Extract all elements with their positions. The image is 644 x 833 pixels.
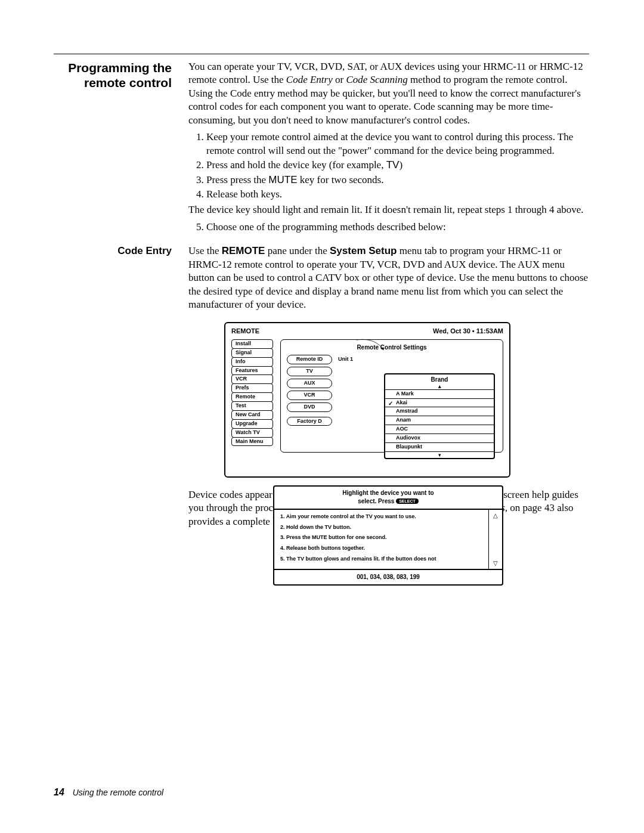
- brand-header-label: Brand: [431, 376, 448, 383]
- diagram-sidebar: InstallSignalInfoFeaturesVCRPrefsRemoteT…: [231, 339, 273, 453]
- sidebar-tab: Watch TV: [231, 428, 273, 438]
- manual-page: Programming the remote control You can o…: [0, 0, 644, 833]
- ce-remote-pane: REMOTE: [222, 245, 265, 256]
- step2-c: ): [399, 159, 402, 171]
- sidebar-tab: Remote: [231, 392, 273, 402]
- step3-a: Press press the: [206, 174, 268, 185]
- sidebar-tab: Test: [231, 401, 273, 411]
- help-popup: Highlight the device you want to select.…: [273, 485, 503, 586]
- help-scrollbar: △ ▽: [489, 510, 502, 569]
- step2-tv: TV: [386, 159, 400, 171]
- help-step: 5. The TV button glows and remains lit. …: [280, 556, 484, 562]
- brand-item: ✓Akai: [385, 399, 494, 408]
- step-3: Press press the MUTE key for two seconds…: [206, 174, 589, 187]
- steps-list-2: Choose one of the programming methods de…: [188, 221, 589, 234]
- sidebar-tab: VCR: [231, 374, 273, 384]
- heading-code-entry: Code Entry: [54, 244, 172, 258]
- pill-tv: TV: [287, 367, 332, 376]
- remote-id-pill: Remote ID: [287, 355, 332, 364]
- diagram-header: REMOTE Wed, Oct 30 • 11:53AM: [231, 327, 503, 336]
- step-5: Choose one of the programming methods de…: [206, 221, 589, 234]
- heading-programming: Programming the remote control: [54, 60, 172, 90]
- step3-mute: MUTE: [268, 174, 297, 185]
- ui-diagram: REMOTE Wed, Oct 30 • 11:53AM InstallSign…: [224, 322, 510, 478]
- help-body: 1. Aim your remote control at the TV you…: [274, 510, 502, 569]
- scroll-up-icon: △: [493, 512, 498, 519]
- intro-text-c: or: [333, 74, 346, 85]
- pill-aux: AUX: [287, 379, 332, 388]
- step-1: Keep your remote control aimed at the de…: [206, 131, 589, 157]
- brand-item: Audiovox: [385, 434, 494, 443]
- brand-item: A Mark: [385, 390, 494, 399]
- help-steps: 1. Aim your remote control at the TV you…: [274, 510, 489, 569]
- ce-c: pane under the: [265, 245, 330, 256]
- intro-em-code-entry: Code Entry: [286, 74, 333, 85]
- brand-header: Brand ▴: [385, 374, 494, 389]
- brand-popup: Brand ▴ A Mark✓AkaiAmstradAnamAOCAudiovo…: [384, 373, 495, 459]
- section-programming: Programming the remote control You can o…: [54, 60, 589, 236]
- check-icon: ✓: [388, 400, 393, 407]
- body-programming: You can operate your TV, VCR, DVD, SAT, …: [188, 60, 589, 236]
- remote-id-row: Remote ID Unit 1: [287, 355, 497, 364]
- code-entry-paragraph: Use the REMOTE pane under the System Set…: [188, 244, 589, 311]
- side-heading-code-entry: Code Entry: [54, 244, 172, 532]
- help-top: Highlight the device you want to select.…: [274, 487, 502, 509]
- help-step: 4. Release both buttons together.: [280, 545, 484, 552]
- chapter-title: Using the remote control: [73, 788, 164, 797]
- step-2: Press and hold the device key (for examp…: [206, 159, 589, 172]
- diagram-clock: Wed, Oct 30 • 11:53AM: [433, 327, 503, 336]
- sidebar-tab: Signal: [231, 348, 273, 358]
- remote-id-value: Unit 1: [338, 355, 353, 364]
- page-number: 14: [54, 787, 64, 797]
- top-rule: [54, 54, 589, 54]
- sidebar-tab: Prefs: [231, 383, 273, 393]
- sidebar-tab: New Card: [231, 410, 273, 420]
- pill-dvd: DVD: [287, 402, 332, 412]
- brand-item: Amstrad: [385, 407, 494, 416]
- page-footer: 14 Using the remote control: [54, 786, 163, 798]
- body-code-entry: Use the REMOTE pane under the System Set…: [188, 244, 589, 532]
- sidebar-tab: Upgrade: [231, 419, 273, 429]
- brand-item: AOC: [385, 425, 494, 434]
- help-step: 1. Aim your remote control at the TV you…: [280, 513, 484, 520]
- ce-system-setup: System Setup: [330, 245, 397, 256]
- sidebar-tab: Info: [231, 357, 273, 367]
- help-top-line2: select. Press: [358, 498, 394, 504]
- pane-title: Remote Control Settings: [287, 343, 497, 351]
- side-heading-programming: Programming the remote control: [54, 60, 172, 236]
- brand-item: Blaupunkt: [385, 443, 494, 451]
- brand-item: Anam: [385, 416, 494, 425]
- steps-list: Keep your remote control aimed at the de…: [188, 131, 589, 201]
- after-steps-note: The device key should light and remain l…: [188, 203, 589, 216]
- help-step: 3. Press the MUTE button for one second.: [280, 534, 484, 541]
- section-code-entry: Code Entry Use the REMOTE pane under the…: [54, 244, 589, 532]
- ce-a: Use the: [188, 245, 222, 256]
- sidebar-tab: Main Menu: [231, 437, 273, 447]
- scroll-down-icon: ▽: [493, 559, 498, 567]
- intro-em-code-scanning: Code Scanning: [346, 74, 407, 85]
- step3-c: key for two seconds.: [298, 174, 384, 185]
- brand-list: A Mark✓AkaiAmstradAnamAOCAudiovoxBlaupun…: [385, 389, 494, 451]
- sidebar-tab: Features: [231, 366, 273, 376]
- step-4: Release both keys.: [206, 188, 589, 201]
- select-button-icon: SELECT: [396, 498, 419, 504]
- triangle-up-icon: ▴: [385, 384, 494, 389]
- step2-a: Press and hold the device key (for examp…: [206, 159, 386, 171]
- help-top-line1: Highlight the device you want to: [342, 490, 434, 496]
- triangle-down-icon: ▾: [385, 451, 494, 458]
- help-step: 2. Hold down the TV button.: [280, 524, 484, 531]
- device-codes: 001, 034, 038, 083, 199: [274, 569, 502, 582]
- pill-vcr: VCR: [287, 391, 332, 400]
- pill-factory: Factory D: [287, 417, 332, 426]
- sidebar-tab: Install: [231, 339, 273, 349]
- intro-paragraph: You can operate your TV, VCR, DVD, SAT, …: [188, 60, 589, 127]
- diagram-title: REMOTE: [231, 327, 259, 336]
